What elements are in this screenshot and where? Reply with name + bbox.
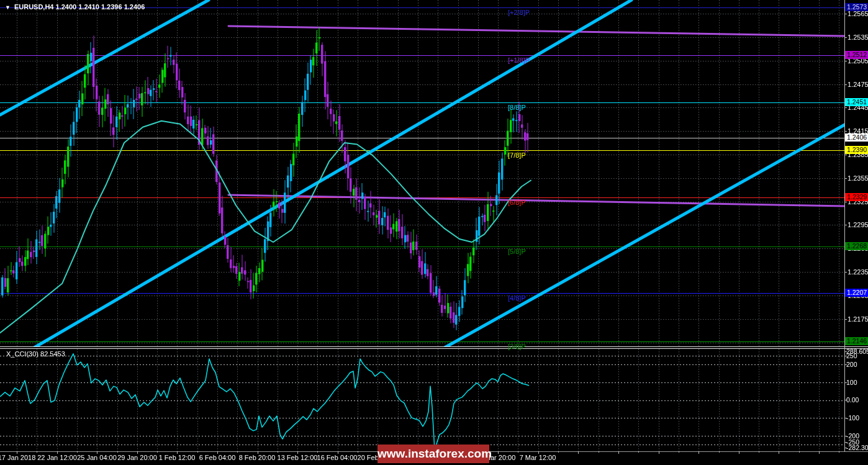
chart-shift-marker-icon: ▼ [5, 4, 11, 11]
price-chart-canvas[interactable] [0, 0, 868, 465]
chart-window: ▼EURUSD,H4 1.2400 1.2410 1.2396 1.2406 X… [0, 0, 868, 465]
cci-indicator-name: X_CCI(30) [6, 350, 38, 358]
cci-indicator-value: 82.5453 [40, 350, 65, 358]
broker-watermark: www.instaforex.com [377, 445, 489, 463]
cci-indicator-title: X_CCI(30) 82.5453 [6, 350, 65, 358]
chart-title-text: EURUSD,H4 1.2400 1.2410 1.2396 1.2406 [14, 3, 145, 11]
chart-title: ▼EURUSD,H4 1.2400 1.2410 1.2396 1.2406 [5, 3, 145, 11]
